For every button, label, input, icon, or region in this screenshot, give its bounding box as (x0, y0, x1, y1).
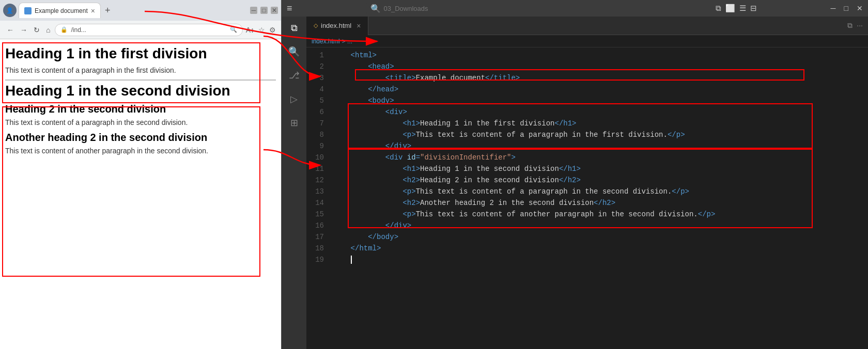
line-num-10: 10 (306, 152, 324, 163)
vscode-search-input[interactable] (384, 5, 569, 12)
line-num-12: 12 (306, 174, 324, 186)
vscode-minimize-button[interactable]: ─ (831, 4, 836, 12)
customize-icon[interactable]: ⊟ (750, 4, 757, 13)
line-num-9: 9 (306, 140, 324, 152)
breadcrumb: index.html > ... (306, 35, 868, 47)
panel-icon[interactable]: ☰ (739, 4, 746, 13)
address-actions: A↕ ☆ ⚙ (246, 26, 276, 34)
code-line-9: </div> (333, 140, 868, 152)
line-num-3: 3 (306, 72, 324, 84)
line-num-2: 2 (306, 61, 324, 72)
code-line-2: <head> (333, 61, 868, 72)
line-num-8: 8 (306, 129, 324, 140)
tab-favicon (24, 7, 32, 14)
code-line-17: </body> (333, 231, 868, 243)
search-icon: 🔍 (370, 4, 381, 13)
zoom-button[interactable]: A↕ (246, 26, 254, 34)
activity-git-icon[interactable]: ⎇ (287, 68, 301, 83)
div2-paragraph1: This text is content of a paragraph in t… (5, 118, 276, 126)
split-editor-icon[interactable]: ⬜ (725, 4, 735, 13)
refresh-button[interactable]: ↻ (32, 26, 41, 34)
maximize-button[interactable]: □ (260, 7, 268, 14)
split-editor-button[interactable]: ⧉ (847, 21, 853, 30)
browser-tab-bar: Example document × + (19, 3, 248, 18)
code-line-19 (333, 254, 868, 265)
home-button[interactable]: ⌂ (44, 26, 52, 34)
star-button[interactable]: ☆ (258, 26, 265, 34)
browser-avatar: 👤 (3, 4, 17, 17)
activity-explorer-icon[interactable]: ⧉ (287, 21, 301, 35)
editor-tab-actions: ⧉ ··· (842, 21, 868, 30)
vscode-panel: ≡ 🔍 ⧉ ⬜ ☰ ⊟ ─ □ ✕ ⧉ 🔍 ⎇ ▷ ⊞ (282, 0, 868, 349)
line-num-1: 1 (306, 50, 324, 61)
div1-heading1: Heading 1 in the first division (5, 45, 276, 62)
address-bar[interactable]: 🔒 /ind... 🔍 (55, 24, 242, 36)
code-line-8: <p>This text is content of a paragraph i… (333, 129, 868, 140)
more-actions-button[interactable]: ··· (857, 21, 863, 30)
code-line-1: <html> (333, 50, 868, 61)
line-num-18: 18 (306, 243, 324, 254)
window-controls: ─ □ ✕ (250, 7, 278, 14)
div2-paragraph2: This text is content of another paragrap… (5, 147, 276, 155)
tab-title: Example document (35, 7, 88, 14)
editor-area: ◇ index.html × ⧉ ··· index.html > ... 1 … (306, 17, 868, 349)
code-editor: 1 2 3 4 5 6 7 8 9 10 11 12 13 14 15 16 1 (306, 47, 868, 349)
line-num-15: 15 (306, 209, 324, 220)
line-num-4: 4 (306, 84, 324, 95)
line-numbers: 1 2 3 4 5 6 7 8 9 10 11 12 13 14 15 16 1 (306, 50, 329, 347)
minimize-button[interactable]: ─ (250, 7, 257, 14)
close-button[interactable]: ✕ (271, 7, 278, 14)
browser-addressbar: ← → ↻ ⌂ 🔒 /ind... 🔍 A↕ ☆ ⚙ (0, 21, 281, 39)
editor-tab-close-icon[interactable]: × (357, 22, 361, 30)
activity-bar: ⧉ 🔍 ⎇ ▷ ⊞ (282, 17, 306, 349)
code-line-11: <h1>Heading 1 in the second division</h1… (333, 163, 868, 174)
line-num-7: 7 (306, 118, 324, 129)
browser-content: Heading 1 in the first division This tex… (0, 39, 281, 349)
editor-tabs: ◇ index.html × ⧉ ··· (306, 17, 868, 35)
code-line-15: <p>This text is content of another parag… (333, 209, 868, 220)
line-num-16: 16 (306, 220, 324, 231)
vscode-titlebar: ≡ 🔍 ⧉ ⬜ ☰ ⊟ ─ □ ✕ (282, 0, 868, 17)
url-text: /ind... (71, 26, 86, 34)
back-button[interactable]: ← (5, 26, 16, 34)
zoom-icon: 🔍 (230, 26, 237, 33)
tab-close-icon[interactable]: × (91, 7, 95, 15)
html-file-icon: ◇ (314, 22, 318, 29)
activity-debug-icon[interactable]: ▷ (287, 92, 301, 106)
line-num-5: 5 (306, 95, 324, 106)
code-lines: <html> <head> <title>Example document</t… (329, 50, 868, 347)
code-line-3: <title>Example document</title> (333, 72, 868, 84)
code-line-4: </head> (333, 84, 868, 95)
vscode-close-button[interactable]: ✕ (857, 4, 863, 12)
vscode-main: ⧉ 🔍 ⎇ ▷ ⊞ ◇ index.html × ⧉ ··· (282, 17, 868, 349)
divider (5, 80, 276, 81)
code-line-6: <div> (333, 106, 868, 118)
new-tab-button[interactable]: + (103, 5, 113, 16)
line-num-14: 14 (306, 197, 324, 209)
div2-heading2b: Another heading 2 in the second division (5, 132, 276, 144)
vscode-maximize-button[interactable]: □ (844, 4, 848, 12)
div2-heading2a: Heading 2 in the second division (5, 103, 276, 115)
code-line-7: <h1>Heading 1 in the first division</h1> (333, 118, 868, 129)
div1-paragraph: This text is content of a paragraph in t… (5, 66, 276, 74)
vscode-menu-icon[interactable]: ≡ (287, 3, 292, 14)
vscode-window-controls: ─ □ ✕ (831, 4, 863, 12)
layout-icon[interactable]: ⧉ (716, 4, 721, 13)
browser-titlebar: 👤 Example document × + ─ □ ✕ (0, 0, 281, 21)
editor-tab-index-html[interactable]: ◇ index.html × (306, 17, 368, 35)
code-line-10: <div id="divisionIndentifier"> (333, 152, 868, 163)
first-division: Heading 1 in the first division This tex… (5, 45, 276, 74)
breadcrumb-file[interactable]: index.html (312, 38, 340, 45)
forward-button[interactable]: → (19, 26, 29, 34)
code-line-18: </html> (333, 243, 868, 254)
breadcrumb-rest: > ... (342, 38, 352, 45)
editor-tab-filename: index.html (321, 22, 351, 29)
browser-tab-active[interactable]: Example document × (19, 3, 101, 18)
browser-panel: 👤 Example document × + ─ □ ✕ ← → ↻ ⌂ 🔒 /… (0, 0, 282, 349)
activity-extensions-icon[interactable]: ⊞ (287, 116, 301, 130)
activity-search-icon[interactable]: 🔍 (287, 44, 301, 59)
settings-button[interactable]: ⚙ (269, 26, 276, 34)
code-line-5: <body> (333, 95, 868, 106)
line-num-17: 17 (306, 231, 324, 243)
line-num-19: 19 (306, 254, 324, 265)
